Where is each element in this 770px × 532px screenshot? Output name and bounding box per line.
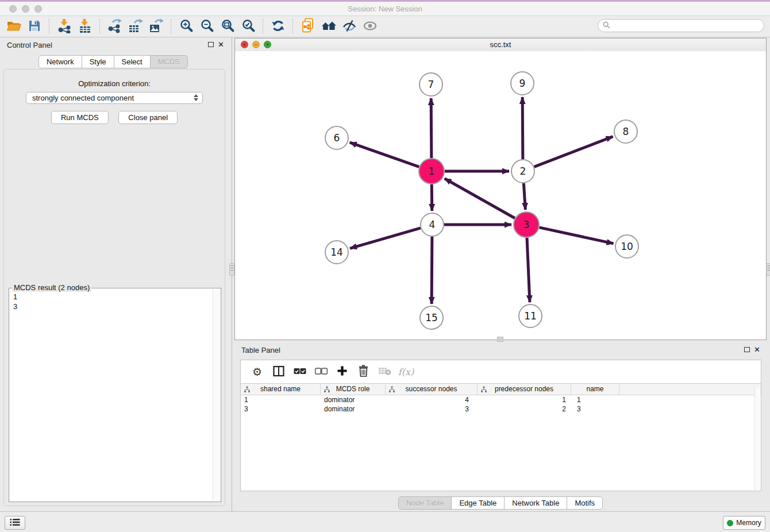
graph-edge[interactable]	[522, 97, 523, 159]
cell-predecessor-nodes: 1	[478, 395, 571, 404]
add-column-button[interactable]	[332, 362, 353, 381]
zoom-out-button[interactable]	[197, 17, 217, 36]
graph-edge[interactable]	[534, 137, 613, 167]
close-panel-icon[interactable]: ✕	[754, 345, 760, 354]
export-image-button[interactable]	[146, 17, 167, 36]
tab-select[interactable]: Select	[114, 55, 151, 68]
save-session-button[interactable]	[24, 17, 45, 36]
tab-edge-table[interactable]: Edge Table	[451, 496, 505, 510]
table-row[interactable]: 3 dominator 3 2 3	[241, 404, 761, 414]
table-tabs: Node Table Edge Table Network Table Moti…	[234, 496, 767, 510]
float-panel-icon[interactable]	[208, 42, 214, 47]
mcds-result-title: MCDS result (2 nodes)	[12, 283, 91, 292]
graph-edge[interactable]	[527, 238, 530, 302]
show-graphics-button[interactable]	[360, 17, 380, 36]
refresh-button[interactable]	[268, 17, 288, 36]
network-window-title: scc.txt	[235, 40, 766, 49]
column-header-mcds-role[interactable]: MCDS role	[321, 384, 386, 395]
import-network-button[interactable]	[54, 17, 75, 36]
cell-successor-nodes: 4	[386, 395, 478, 404]
function-builder-button[interactable]: f(x)	[395, 362, 417, 381]
houses-icon	[321, 19, 337, 34]
window-resize-handle[interactable]	[497, 337, 503, 342]
graph-edge[interactable]	[350, 142, 419, 167]
close-panel-button[interactable]: Close panel	[118, 111, 178, 124]
zoom-selected-icon	[241, 18, 256, 34]
zoom-selected-button[interactable]	[238, 17, 259, 36]
tab-node-table[interactable]: Node Table	[398, 496, 452, 510]
duplicate-network-button[interactable]	[298, 17, 318, 36]
column-header-shared-name[interactable]: shared name	[241, 384, 321, 395]
graph-edge[interactable]	[523, 183, 525, 210]
graph-node-label: 11	[524, 310, 537, 322]
export-table-icon	[128, 18, 143, 35]
window-title: Session: New Session	[0, 5, 770, 13]
branch-icon	[388, 385, 395, 396]
zoom-fit-button[interactable]	[217, 17, 238, 36]
open-session-button[interactable]	[3, 17, 24, 36]
export-network-button[interactable]	[105, 17, 125, 36]
graph-edge[interactable]	[539, 228, 613, 244]
titlebar: Session: New Session	[0, 0, 770, 16]
deselect-all-button[interactable]	[310, 362, 332, 381]
tab-network-table[interactable]: Network Table	[504, 496, 567, 510]
graph-edge[interactable]	[431, 98, 432, 158]
import-table-button[interactable]	[75, 17, 95, 36]
column-header-name[interactable]: name	[571, 384, 619, 395]
graph-edge[interactable]	[445, 179, 515, 218]
show-columns-button[interactable]	[268, 362, 289, 381]
refresh-icon	[271, 18, 286, 35]
graph-node-label: 6	[334, 132, 340, 144]
mcds-result-box[interactable]: MCDS result (2 nodes) 1 3	[9, 288, 221, 502]
zoom-fit-icon	[221, 18, 235, 34]
delete-column-button[interactable]	[353, 362, 374, 381]
criterion-select[interactable]: strongly connected component	[26, 92, 203, 104]
cell-shared-name: 3	[241, 404, 321, 414]
open-folder-icon	[6, 19, 21, 34]
close-panel-icon[interactable]: ✕	[218, 40, 224, 49]
search-input[interactable]	[613, 21, 759, 30]
zoom-in-button[interactable]	[176, 17, 197, 36]
tab-style[interactable]: Style	[82, 55, 114, 68]
tab-motifs[interactable]: Motifs	[567, 496, 603, 510]
search-field[interactable]	[598, 19, 764, 32]
gear-icon: ⚙	[252, 365, 262, 378]
table-header-row: shared name MCDS role successor nodes pr…	[241, 383, 761, 395]
cell-name: 1	[571, 395, 619, 404]
splitter-grip[interactable]	[766, 263, 770, 276]
result-scrollbar[interactable]	[213, 289, 220, 501]
search-icon	[603, 21, 610, 30]
float-panel-icon[interactable]	[744, 347, 750, 352]
tab-network[interactable]: Network	[38, 55, 82, 68]
home-neighbors-button[interactable]	[318, 17, 339, 36]
hide-graphics-button[interactable]	[339, 17, 360, 36]
graph-node-label: 9	[519, 78, 526, 89]
import-network-icon	[57, 18, 72, 35]
checked-boxes-icon	[294, 368, 306, 376]
memory-button[interactable]: Memory	[723, 516, 765, 530]
columns-icon	[272, 365, 285, 379]
tab-mcds[interactable]: MCDS	[150, 55, 188, 68]
column-header-predecessor-nodes[interactable]: predecessor nodes	[478, 384, 571, 395]
optimization-criterion-label: Optimization criterion:	[4, 79, 225, 88]
table-row[interactable]: 1 dominator 4 1 1	[241, 395, 761, 404]
graph-edge[interactable]	[432, 237, 432, 304]
node-table-container: ⚙ f(x) shared name MCDS role successor n…	[240, 360, 761, 491]
splitter-grip[interactable]	[229, 263, 234, 276]
select-all-button[interactable]	[289, 362, 310, 381]
graph-node-label: 10	[621, 241, 633, 252]
control-panel-title: Control Panel	[7, 41, 52, 49]
network-graph[interactable]: 7968124314101511	[235, 51, 766, 340]
cell-shared-name: 1	[241, 395, 321, 404]
delete-table-button[interactable]	[374, 362, 395, 381]
table-settings-button[interactable]: ⚙	[247, 362, 268, 381]
network-canvas[interactable]: 7968124314101511	[235, 51, 766, 340]
table-scrollbar[interactable]	[754, 388, 760, 490]
column-header-successor-nodes[interactable]: successor nodes	[386, 384, 478, 395]
graph-node-label: 14	[330, 246, 343, 258]
graph-edge[interactable]	[350, 228, 421, 249]
control-panel: Control Panel ✕ Network Style Select MCD…	[0, 37, 229, 511]
task-history-button[interactable]	[5, 516, 25, 530]
run-mcds-button[interactable]: Run MCDS	[51, 111, 109, 124]
export-table-button[interactable]	[125, 17, 146, 36]
